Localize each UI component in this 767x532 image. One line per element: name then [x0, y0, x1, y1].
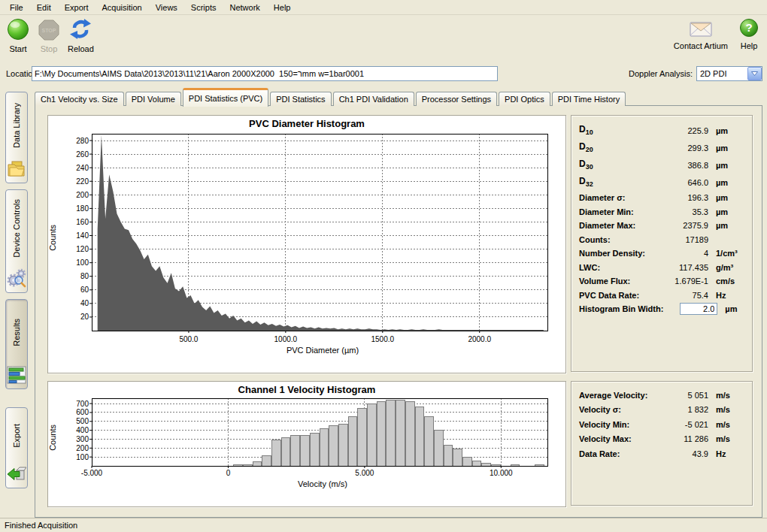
stat-unit: µm	[708, 221, 749, 230]
histogram-bar	[338, 424, 347, 466]
stat-value: 11 286	[654, 434, 708, 443]
histogram-bar	[358, 408, 367, 466]
stat-row-d30: D30386.8µm	[579, 156, 749, 174]
stat-label: Data Rate:	[579, 449, 654, 458]
x-tick-label: -5.000	[81, 469, 103, 477]
sidebar-item-label: Results	[12, 314, 21, 351]
stat-row-data-rate: Data Rate:43.9Hz	[579, 446, 749, 461]
reload-button[interactable]: Reload	[68, 17, 94, 53]
sidebar-item-label: Data Library	[12, 98, 21, 153]
histogram-bar	[253, 462, 262, 466]
x-tick-label: 0	[226, 469, 231, 477]
stat-label: D10	[579, 124, 654, 136]
tab-processor-settings[interactable]: Processor Settings	[416, 92, 497, 106]
menu-acquisition[interactable]: Acquisition	[95, 2, 149, 14]
tab-panel: PVC Diameter Histogram Counts 2040608010…	[35, 105, 762, 518]
stat-value: 2375.9	[654, 221, 708, 230]
histogram-bar	[415, 407, 424, 466]
menu-file[interactable]: File	[3, 2, 30, 14]
y-tick-label: 60	[80, 286, 89, 294]
velocity-chart-title: Channel 1 Velocity Histogram	[48, 382, 565, 395]
tab-pdi-volume[interactable]: PDI Volume	[126, 92, 181, 106]
tab-ch1-velocity-vs-size[interactable]: Ch1 Velocity vs. Size	[35, 92, 124, 106]
histogram-bar	[368, 404, 377, 466]
histogram-bin-width-input[interactable]	[680, 303, 717, 315]
toolbar-right: Contact Artium ? Help	[674, 17, 759, 50]
stat-row-pvc-data-rate: PVC Data Rate:75.4Hz	[579, 289, 749, 303]
sidebar-item-data-library[interactable]: Data Library	[5, 92, 28, 183]
stat-row-volume-flux: Volume Flux:1.679E-1cm/s	[579, 274, 749, 289]
y-tick-label: 40	[80, 299, 89, 307]
stat-unit: 1/cm³	[708, 249, 749, 258]
menu-network[interactable]: Network	[223, 2, 266, 14]
stat-value: 35.3	[654, 207, 708, 216]
y-tick-label: 240	[76, 164, 89, 172]
contact-artium-button[interactable]: Contact Artium	[674, 19, 728, 50]
stat-unit: m/s	[708, 405, 749, 414]
tab-pdi-statistics-pvc[interactable]: PDI Statistics (PVC)	[183, 88, 268, 107]
histogram-bar	[396, 401, 405, 466]
tab-pdi-time-history[interactable]: PDI Time History	[552, 92, 626, 106]
menu-scripts[interactable]: Scripts	[184, 2, 223, 14]
menu-views[interactable]: Views	[149, 2, 184, 14]
stat-label: Velocity σ:	[579, 405, 654, 414]
status-text: Finished Acquisition	[5, 521, 77, 530]
stat-value: 196.3	[654, 193, 708, 202]
histogram-bar	[329, 426, 338, 466]
stat-value: 5 051	[654, 391, 708, 400]
stat-label: Volume Flux:	[579, 277, 654, 286]
x-tick-label: 500.0	[179, 335, 198, 343]
sidebar-item-device-controls[interactable]: Device Controls	[5, 189, 28, 293]
tab-ch1-pdi-validation[interactable]: Ch1 PDI Validation	[333, 92, 414, 106]
tab-strip: Ch1 Velocity vs. SizePDI VolumePDI Stati…	[35, 88, 626, 106]
help-label: Help	[741, 41, 758, 50]
tab-pdi-statistics[interactable]: PDI Statistics	[270, 92, 331, 106]
status-bar: Finished Acquisition	[0, 518, 767, 532]
start-button[interactable]: Start	[6, 17, 30, 53]
y-tick-label: 220	[76, 177, 89, 186]
contact-artium-label: Contact Artium	[674, 41, 728, 50]
stat-label: Diameter Min:	[579, 207, 654, 216]
y-tick-label: 80	[80, 272, 89, 280]
y-tick-label: 20	[80, 313, 89, 321]
menu-export[interactable]: Export	[58, 2, 95, 14]
menu-edit[interactable]: Edit	[30, 2, 58, 14]
y-tick-label: 140	[76, 231, 89, 240]
stat-value: 4	[654, 249, 708, 258]
sidebar: Data LibraryDevice ControlsResultsExport	[0, 84, 34, 517]
doppler-analysis-select[interactable]: 2D PDI	[696, 66, 762, 81]
stat-label: Diameter σ:	[579, 193, 654, 202]
y-tick-label: 260	[76, 150, 89, 159]
stat-value: 17189	[654, 235, 708, 244]
svg-text:?: ?	[745, 21, 752, 34]
histogram-bar	[310, 434, 319, 466]
menu-help[interactable]: Help	[267, 2, 298, 14]
stop-button[interactable]: STOP Stop	[38, 19, 60, 53]
x-tick-label: 1000.0	[274, 335, 298, 343]
histogram-bar	[405, 402, 414, 466]
histogram-bar	[472, 461, 481, 466]
stat-label: Average Velocity:	[579, 391, 654, 400]
stat-value: 43.9	[654, 449, 708, 458]
tab-pdi-optics[interactable]: PDI Optics	[499, 92, 550, 106]
stat-label: PVC Data Rate:	[579, 291, 654, 300]
help-button[interactable]: ? Help	[738, 17, 759, 50]
stat-label: Counts:	[579, 235, 654, 244]
pvc-diameter-chart: PVC Diameter Histogram Counts 2040608010…	[47, 115, 566, 373]
stat-unit: m/s	[708, 420, 749, 429]
location-input[interactable]	[32, 66, 498, 81]
chevron-down-icon[interactable]	[747, 67, 762, 80]
velocity-chart-xlabel: Velocity (m/s)	[48, 479, 565, 488]
help-icon: ?	[738, 17, 759, 40]
sidebar-item-export[interactable]: Export	[5, 407, 28, 488]
x-tick-label: 10.000	[490, 469, 513, 477]
y-tick-label: 100	[76, 453, 89, 461]
sidebar-item-results[interactable]: Results	[5, 299, 28, 389]
stat-row-histogram-bin-width: Histogram Bin Width:µm	[579, 302, 749, 316]
stat-unit: Hz	[708, 291, 749, 300]
histogram-bar	[425, 417, 434, 466]
sidebar-item-label: Export	[12, 419, 21, 452]
reload-icon	[68, 17, 92, 43]
stat-label: D32	[579, 176, 654, 188]
y-tick-label: 300	[76, 435, 89, 443]
